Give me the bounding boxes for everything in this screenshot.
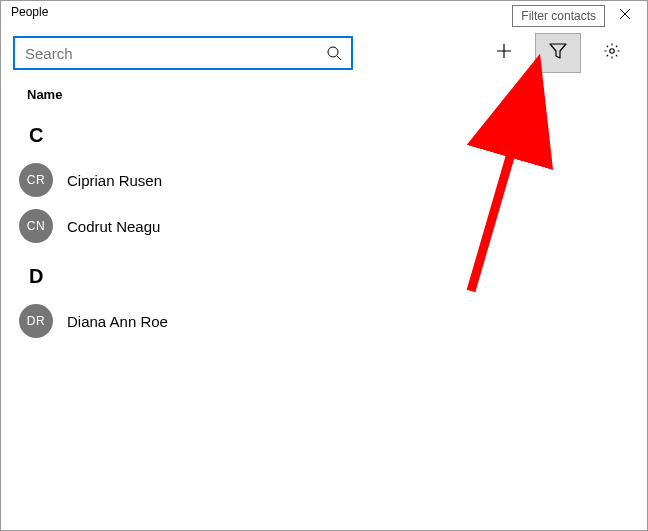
close-icon — [619, 7, 631, 23]
contact-row[interactable]: CN Codrut Neagu — [1, 203, 647, 249]
filter-icon — [548, 42, 568, 64]
add-contact-button[interactable] — [481, 33, 527, 73]
avatar: CR — [19, 163, 53, 197]
search-box[interactable] — [13, 36, 353, 70]
avatar: CN — [19, 209, 53, 243]
filter-contacts-button[interactable] — [535, 33, 581, 73]
column-header-name: Name — [1, 83, 647, 108]
search-input[interactable] — [23, 44, 325, 63]
contact-name: Ciprian Rusen — [67, 172, 162, 189]
filter-tooltip-text: Filter contacts — [521, 9, 596, 23]
search-icon — [325, 44, 343, 62]
filter-tooltip: Filter contacts — [512, 5, 605, 27]
contact-row[interactable]: CR Ciprian Rusen — [1, 157, 647, 203]
contact-row[interactable]: DR Diana Ann Roe — [1, 298, 647, 344]
window-title: People — [11, 5, 48, 19]
settings-button[interactable] — [589, 33, 635, 73]
group-letter[interactable]: D — [1, 249, 647, 298]
contact-name: Codrut Neagu — [67, 218, 160, 235]
svg-line-1 — [337, 56, 341, 60]
gear-icon — [603, 42, 621, 64]
group-letter[interactable]: C — [1, 108, 647, 157]
svg-point-2 — [610, 49, 614, 53]
contact-name: Diana Ann Roe — [67, 313, 168, 330]
toolbar — [1, 27, 647, 83]
close-button[interactable] — [603, 1, 647, 29]
svg-point-0 — [328, 47, 338, 57]
avatar: DR — [19, 304, 53, 338]
plus-icon — [495, 42, 513, 64]
